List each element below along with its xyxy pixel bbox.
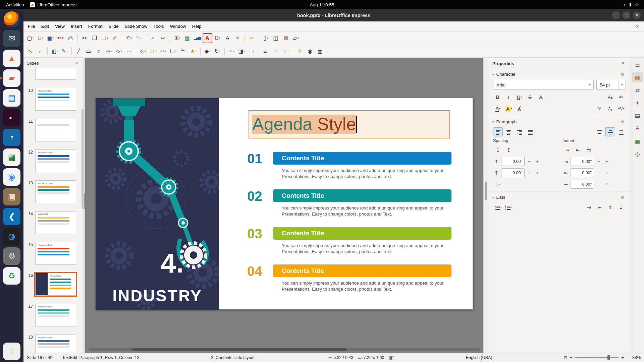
indent-before-decrease-button[interactable]: −: [595, 157, 602, 166]
zoom-slider-thumb[interactable]: [607, 355, 610, 360]
slide-thumbnail-image[interactable]: Infographic Style: [35, 335, 76, 353]
selected-title-text[interactable]: Agenda Style: [252, 115, 356, 134]
highlighting-color-button[interactable]: A ▾: [504, 104, 514, 113]
agenda-row-bar[interactable]: Contents Title: [273, 152, 451, 165]
increase-font-size-button[interactable]: A▴: [605, 93, 615, 102]
language-selector[interactable]: English (USA): [466, 355, 492, 360]
zoom-level[interactable]: 88%: [627, 355, 641, 360]
promote-button[interactable]: ⇤: [595, 203, 604, 212]
system-tray[interactable]: ♪ ▮ ⏻: [623, 2, 644, 7]
horizontal-scrollbar-thumb[interactable]: [131, 348, 347, 351]
impress-dock-item[interactable]: ▰: [3, 69, 20, 87]
toolbar-button[interactable]: [293, 47, 293, 55]
agenda-row-body[interactable]: You can simply impress your audience and…: [282, 280, 445, 292]
demote-button[interactable]: ⇥: [584, 203, 594, 212]
tab-slide-transition[interactable]: ⇄: [632, 85, 643, 95]
callouts-button[interactable]: ❝ ▾: [178, 46, 188, 56]
help-dock-item[interactable]: ?: [3, 129, 20, 146]
recycler-dock-item[interactable]: ♻: [3, 267, 20, 285]
font-color-button[interactable]: A ▾: [493, 104, 503, 113]
italic-button[interactable]: I: [504, 93, 514, 102]
agenda-row-bar[interactable]: Contents Title: [273, 227, 451, 240]
tab-styles[interactable]: A: [632, 123, 643, 133]
lists-more-options-icon[interactable]: ⚙: [619, 194, 627, 200]
zoom-slider[interactable]: [575, 357, 619, 358]
tab-properties[interactable]: ▦: [632, 72, 643, 82]
indent-before-input[interactable]: 0.00": [571, 157, 594, 166]
move-down-button[interactable]: ↧: [616, 203, 626, 212]
duplicate-slide-button[interactable]: ◫: [271, 33, 281, 43]
vertical-scrollbar-thumb[interactable]: [485, 182, 487, 200]
toolbar-button[interactable]: [136, 47, 136, 55]
line-spacing-button[interactable]: ↕ ▾: [493, 180, 503, 189]
calc-dock-item[interactable]: ▦: [3, 148, 20, 166]
agenda-row-body[interactable]: You can simply impress your audience and…: [282, 168, 445, 180]
slide-thumbnail-image[interactable]: [35, 68, 76, 80]
lists-section-header[interactable]: ▾ Lists ⚙: [488, 192, 631, 201]
export-pdf-button[interactable]: PDF: [56, 33, 65, 43]
menu-item[interactable]: Insert: [68, 22, 85, 30]
justify-button[interactable]: [525, 127, 535, 136]
font-name-select[interactable]: Arial ▾: [493, 80, 594, 90]
align-bottom-button[interactable]: [616, 127, 626, 136]
agenda-row[interactable]: 01 Contents Title You can simply impress…: [247, 152, 451, 180]
close-button[interactable]: ✕: [633, 11, 641, 19]
menu-item[interactable]: File: [25, 22, 38, 30]
distribute-button[interactable]: ∷ ▾: [247, 46, 257, 56]
stars-banners-button[interactable]: ★ ▾: [189, 46, 198, 56]
basic-shapes-button[interactable]: ◇ ▾: [138, 46, 148, 56]
lines-arrows-button[interactable]: ⇢ ▾: [104, 46, 114, 56]
undo-button[interactable]: ↶ ▾: [124, 33, 134, 43]
save-button[interactable]: ▣ ▾: [46, 33, 55, 43]
draw-functions-button[interactable]: ✏: [247, 33, 257, 43]
slide-thumbnail-image[interactable]: Infographic Style: [35, 242, 76, 265]
properties-close-icon[interactable]: ✕: [619, 61, 627, 66]
curves-polygons-button[interactable]: ∿ ▾: [114, 46, 124, 56]
decrease-indent-button[interactable]: ⇤: [573, 145, 583, 155]
menu-item[interactable]: Slide: [106, 22, 122, 30]
clock[interactable]: Aug 1 10:55: [310, 2, 334, 7]
edit-points-button[interactable]: ✛: [295, 46, 305, 56]
redo-button[interactable]: ↷ ▾: [134, 33, 144, 43]
slide-thumbnail-image[interactable]: Infographic Style: [35, 180, 76, 203]
slides-pane-scrollbar[interactable]: [82, 109, 84, 209]
character-spacing-button[interactable]: AV ▾: [616, 104, 626, 113]
increase-indent-button[interactable]: ⇥: [562, 145, 572, 155]
increase-paragraph-spacing-button[interactable]: ↥: [493, 145, 503, 155]
fontwork-button[interactable]: A: [223, 33, 232, 43]
slide-thumbnail[interactable]: 16 Agenda Style: [25, 273, 83, 296]
menu-item[interactable]: Slide Show: [122, 22, 151, 30]
spacing-below-increase-button[interactable]: +: [534, 168, 541, 177]
close-document-icon[interactable]: ✕: [634, 23, 643, 29]
vlc-dock-item[interactable]: ▲: [3, 50, 20, 67]
toolbar-button[interactable]: [146, 34, 146, 42]
slide-title-textbox[interactable]: Agenda Style: [249, 110, 450, 138]
subscript-button[interactable]: A₁: [605, 104, 615, 113]
font-size-dropdown-icon[interactable]: ▾: [618, 80, 626, 89]
spacing-above-increase-button[interactable]: +: [534, 157, 541, 166]
active-app-menu[interactable]: ▰ LibreOffice Impress: [30, 2, 76, 7]
align-top-button[interactable]: [595, 127, 604, 136]
special-character-button[interactable]: Ω ▾: [213, 33, 222, 43]
hyperlink-button[interactable]: ∞: [233, 33, 243, 43]
spacing-above-input[interactable]: 0.00": [501, 157, 525, 166]
slides-pane-close-icon[interactable]: ✕: [73, 61, 80, 66]
tab-master-slides[interactable]: ▤: [632, 111, 643, 121]
character-shadow-button[interactable]: A: [536, 93, 546, 102]
agenda-row[interactable]: 02 Contents Title You can simply impress…: [247, 189, 451, 217]
menu-item[interactable]: Edit: [38, 22, 52, 30]
mail-dock-item[interactable]: ✉: [3, 30, 20, 47]
filter-button[interactable]: ▽ ▾: [281, 46, 291, 56]
delete-slide-button[interactable]: ⊠: [281, 33, 291, 43]
first-line-indent-increase-button[interactable]: +: [603, 180, 610, 189]
new-slide-button[interactable]: ▯ ▾: [261, 33, 271, 43]
slide-thumbnail[interactable]: 10 Infographic Style: [25, 88, 83, 111]
terminal-dock-item[interactable]: >_: [3, 109, 20, 126]
tab-animation[interactable]: ✦: [632, 98, 643, 108]
menu-item[interactable]: Help: [189, 22, 205, 30]
minimize-button[interactable]: —: [612, 11, 620, 19]
line-color-button[interactable]: ✎ ▾: [60, 46, 69, 56]
horizontal-scrollbar[interactable]: [89, 348, 480, 351]
crop-button[interactable]: ⌗: [271, 46, 281, 56]
rotate-button[interactable]: ↻ ▾: [213, 46, 222, 56]
